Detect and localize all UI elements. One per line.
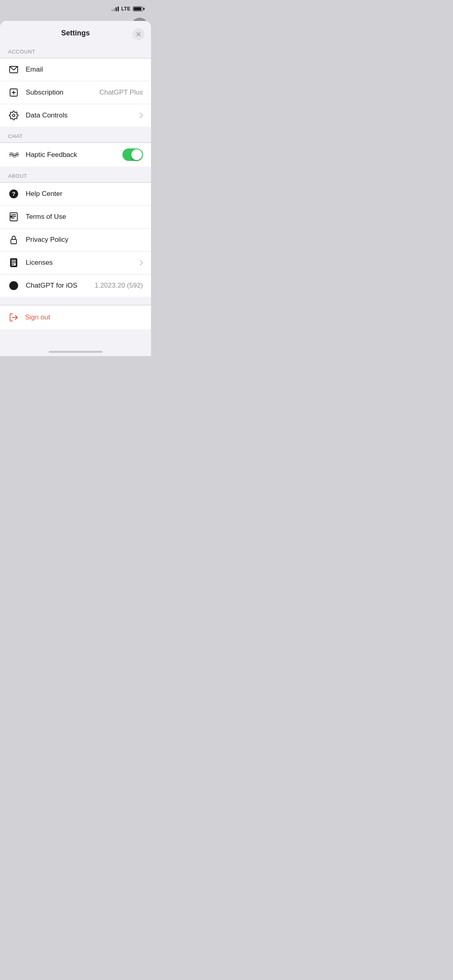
sign-out-item[interactable]: Sign out [0,305,151,329]
svg-point-6 [12,114,15,117]
chatgpt-ios-item[interactable]: ChatGPT for iOS 1.2023.20 (592) [0,274,151,297]
haptic-feedback-toggle[interactable] [122,148,143,161]
about-list: ? Help Center ≡ Terms of [0,182,151,297]
sign-out-icon [8,312,19,323]
email-item[interactable]: Email [0,58,151,81]
chatgpt-ios-version: 1.2023.20 (592) [95,282,143,290]
account-section-label: ACCOUNT [0,42,151,58]
terms-icon: ≡ [8,211,19,222]
subscription-item[interactable]: Subscription ChatGPT Plus [0,81,151,104]
subscription-label: Subscription [26,89,96,97]
account-section: ACCOUNT Email [0,42,151,127]
licenses-chevron [140,260,143,266]
sign-out-section: Sign out [0,305,151,329]
app-icon [8,280,19,291]
chatgpt-ios-label: ChatGPT for iOS [26,282,91,290]
terms-of-use-item[interactable]: ≡ Terms of Use [0,206,151,229]
home-indicator [49,351,103,353]
haptic-feedback-label: Haptic Feedback [26,151,122,159]
lte-label: LTE [121,6,130,12]
modal-header: Settings [0,21,151,42]
licenses-label: Licenses [26,259,137,267]
status-bar: LTE [0,0,151,18]
svg-rect-15 [11,239,17,244]
haptic-feedback-icon [8,149,19,161]
close-icon [136,31,141,37]
email-icon [8,64,19,75]
subscription-value: ChatGPT Plus [99,89,143,97]
subscription-icon [8,87,19,98]
help-center-label: Help Center [26,190,143,198]
email-label: Email [26,66,143,74]
svg-point-21 [9,281,18,290]
licenses-icon [8,257,19,268]
chat-section-label: CHAT [0,127,151,142]
data-controls-label: Data Controls [26,111,137,119]
chat-section: CHAT Haptic Feedback [0,127,151,167]
licenses-item[interactable]: Licenses [0,251,151,274]
data-controls-chevron [140,113,143,118]
account-list: Email Subscription ChatGPT Plus [0,58,151,127]
privacy-icon [8,234,19,245]
settings-modal: Settings ACCOUNT Email [0,21,151,356]
help-center-item[interactable]: ? Help Center [0,183,151,206]
about-section: ABOUT ? Help Center [0,167,151,297]
data-controls-item[interactable]: Data Controls [0,104,151,127]
close-button[interactable] [132,28,145,40]
bottom-spacer [0,329,151,336]
privacy-policy-label: Privacy Policy [26,236,143,244]
sign-out-label: Sign out [25,313,50,321]
modal-title: Settings [61,29,90,37]
svg-text:?: ? [12,191,16,197]
signal-icon [112,6,119,11]
haptic-feedback-item[interactable]: Haptic Feedback [0,143,151,167]
privacy-policy-item[interactable]: Privacy Policy [0,229,151,251]
battery-icon [133,6,145,11]
data-controls-icon [8,110,19,121]
help-center-icon: ? [8,188,19,200]
about-section-label: ABOUT [0,167,151,182]
home-indicator-area [0,336,151,356]
terms-of-use-label: Terms of Use [26,213,143,221]
chat-list: Haptic Feedback [0,142,151,167]
